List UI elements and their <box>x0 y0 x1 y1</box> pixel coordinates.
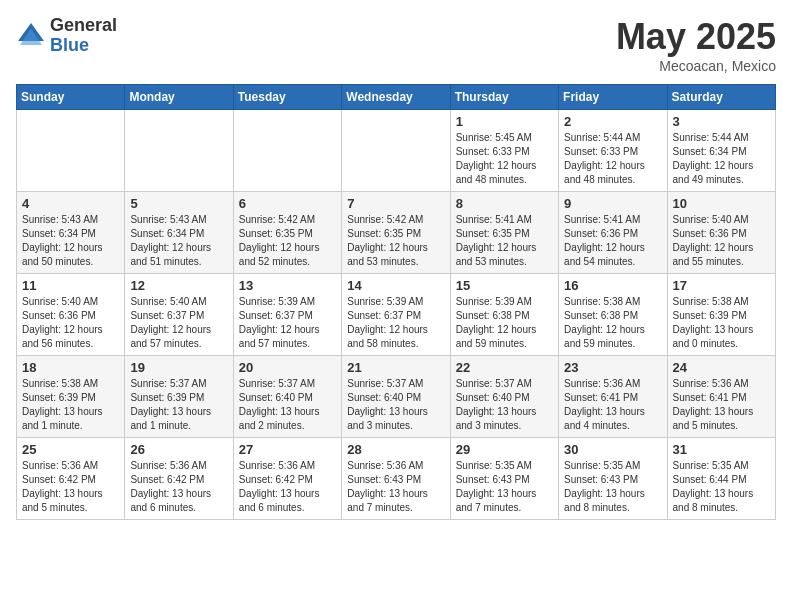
calendar-cell: 19Sunrise: 5:37 AM Sunset: 6:39 PM Dayli… <box>125 356 233 438</box>
logo-icon <box>16 21 46 51</box>
day-number: 7 <box>347 196 444 211</box>
month-title: May 2025 <box>616 16 776 58</box>
calendar-cell <box>233 110 341 192</box>
calendar-cell: 30Sunrise: 5:35 AM Sunset: 6:43 PM Dayli… <box>559 438 667 520</box>
calendar-week-5: 25Sunrise: 5:36 AM Sunset: 6:42 PM Dayli… <box>17 438 776 520</box>
day-info: Sunrise: 5:39 AM Sunset: 6:37 PM Dayligh… <box>239 295 336 351</box>
day-number: 9 <box>564 196 661 211</box>
calendar-cell <box>342 110 450 192</box>
day-number: 11 <box>22 278 119 293</box>
day-info: Sunrise: 5:36 AM Sunset: 6:42 PM Dayligh… <box>239 459 336 515</box>
calendar-cell: 28Sunrise: 5:36 AM Sunset: 6:43 PM Dayli… <box>342 438 450 520</box>
calendar-cell: 26Sunrise: 5:36 AM Sunset: 6:42 PM Dayli… <box>125 438 233 520</box>
day-number: 6 <box>239 196 336 211</box>
calendar-cell: 20Sunrise: 5:37 AM Sunset: 6:40 PM Dayli… <box>233 356 341 438</box>
day-number: 17 <box>673 278 770 293</box>
day-info: Sunrise: 5:40 AM Sunset: 6:37 PM Dayligh… <box>130 295 227 351</box>
day-number: 30 <box>564 442 661 457</box>
day-info: Sunrise: 5:36 AM Sunset: 6:41 PM Dayligh… <box>673 377 770 433</box>
day-info: Sunrise: 5:43 AM Sunset: 6:34 PM Dayligh… <box>130 213 227 269</box>
day-number: 22 <box>456 360 553 375</box>
page-header: General Blue May 2025 Mecoacan, Mexico <box>16 16 776 74</box>
day-info: Sunrise: 5:36 AM Sunset: 6:42 PM Dayligh… <box>130 459 227 515</box>
day-number: 28 <box>347 442 444 457</box>
logo: General Blue <box>16 16 117 56</box>
day-info: Sunrise: 5:36 AM Sunset: 6:41 PM Dayligh… <box>564 377 661 433</box>
day-number: 18 <box>22 360 119 375</box>
day-number: 15 <box>456 278 553 293</box>
day-info: Sunrise: 5:37 AM Sunset: 6:39 PM Dayligh… <box>130 377 227 433</box>
calendar-cell: 13Sunrise: 5:39 AM Sunset: 6:37 PM Dayli… <box>233 274 341 356</box>
day-number: 4 <box>22 196 119 211</box>
calendar-cell: 12Sunrise: 5:40 AM Sunset: 6:37 PM Dayli… <box>125 274 233 356</box>
calendar-week-4: 18Sunrise: 5:38 AM Sunset: 6:39 PM Dayli… <box>17 356 776 438</box>
calendar-week-3: 11Sunrise: 5:40 AM Sunset: 6:36 PM Dayli… <box>17 274 776 356</box>
calendar-cell: 1Sunrise: 5:45 AM Sunset: 6:33 PM Daylig… <box>450 110 558 192</box>
day-info: Sunrise: 5:42 AM Sunset: 6:35 PM Dayligh… <box>347 213 444 269</box>
day-info: Sunrise: 5:44 AM Sunset: 6:33 PM Dayligh… <box>564 131 661 187</box>
logo-text: General Blue <box>50 16 117 56</box>
calendar-body: 1Sunrise: 5:45 AM Sunset: 6:33 PM Daylig… <box>17 110 776 520</box>
day-info: Sunrise: 5:35 AM Sunset: 6:43 PM Dayligh… <box>456 459 553 515</box>
day-info: Sunrise: 5:38 AM Sunset: 6:39 PM Dayligh… <box>673 295 770 351</box>
day-info: Sunrise: 5:35 AM Sunset: 6:43 PM Dayligh… <box>564 459 661 515</box>
logo-general: General <box>50 16 117 36</box>
day-number: 1 <box>456 114 553 129</box>
calendar-cell: 7Sunrise: 5:42 AM Sunset: 6:35 PM Daylig… <box>342 192 450 274</box>
calendar-cell <box>17 110 125 192</box>
day-number: 13 <box>239 278 336 293</box>
day-info: Sunrise: 5:41 AM Sunset: 6:36 PM Dayligh… <box>564 213 661 269</box>
day-info: Sunrise: 5:45 AM Sunset: 6:33 PM Dayligh… <box>456 131 553 187</box>
day-number: 8 <box>456 196 553 211</box>
logo-blue: Blue <box>50 36 117 56</box>
day-info: Sunrise: 5:38 AM Sunset: 6:38 PM Dayligh… <box>564 295 661 351</box>
day-number: 10 <box>673 196 770 211</box>
calendar-cell: 16Sunrise: 5:38 AM Sunset: 6:38 PM Dayli… <box>559 274 667 356</box>
calendar-cell: 15Sunrise: 5:39 AM Sunset: 6:38 PM Dayli… <box>450 274 558 356</box>
calendar-cell: 14Sunrise: 5:39 AM Sunset: 6:37 PM Dayli… <box>342 274 450 356</box>
day-number: 31 <box>673 442 770 457</box>
day-number: 16 <box>564 278 661 293</box>
calendar-cell: 3Sunrise: 5:44 AM Sunset: 6:34 PM Daylig… <box>667 110 775 192</box>
day-number: 19 <box>130 360 227 375</box>
day-number: 29 <box>456 442 553 457</box>
day-number: 5 <box>130 196 227 211</box>
weekday-header-monday: Monday <box>125 85 233 110</box>
weekday-header-thursday: Thursday <box>450 85 558 110</box>
day-info: Sunrise: 5:44 AM Sunset: 6:34 PM Dayligh… <box>673 131 770 187</box>
day-number: 25 <box>22 442 119 457</box>
calendar-cell: 6Sunrise: 5:42 AM Sunset: 6:35 PM Daylig… <box>233 192 341 274</box>
location: Mecoacan, Mexico <box>616 58 776 74</box>
weekday-header-sunday: Sunday <box>17 85 125 110</box>
day-info: Sunrise: 5:38 AM Sunset: 6:39 PM Dayligh… <box>22 377 119 433</box>
weekday-header-row: SundayMondayTuesdayWednesdayThursdayFrid… <box>17 85 776 110</box>
calendar-week-2: 4Sunrise: 5:43 AM Sunset: 6:34 PM Daylig… <box>17 192 776 274</box>
calendar-cell: 24Sunrise: 5:36 AM Sunset: 6:41 PM Dayli… <box>667 356 775 438</box>
day-info: Sunrise: 5:43 AM Sunset: 6:34 PM Dayligh… <box>22 213 119 269</box>
calendar-cell: 11Sunrise: 5:40 AM Sunset: 6:36 PM Dayli… <box>17 274 125 356</box>
calendar-header: SundayMondayTuesdayWednesdayThursdayFrid… <box>17 85 776 110</box>
day-number: 24 <box>673 360 770 375</box>
calendar-cell: 8Sunrise: 5:41 AM Sunset: 6:35 PM Daylig… <box>450 192 558 274</box>
calendar-cell: 29Sunrise: 5:35 AM Sunset: 6:43 PM Dayli… <box>450 438 558 520</box>
day-number: 21 <box>347 360 444 375</box>
day-number: 14 <box>347 278 444 293</box>
day-number: 27 <box>239 442 336 457</box>
calendar-cell: 31Sunrise: 5:35 AM Sunset: 6:44 PM Dayli… <box>667 438 775 520</box>
day-number: 20 <box>239 360 336 375</box>
day-number: 23 <box>564 360 661 375</box>
day-info: Sunrise: 5:37 AM Sunset: 6:40 PM Dayligh… <box>347 377 444 433</box>
weekday-header-tuesday: Tuesday <box>233 85 341 110</box>
calendar: SundayMondayTuesdayWednesdayThursdayFrid… <box>16 84 776 520</box>
weekday-header-saturday: Saturday <box>667 85 775 110</box>
calendar-cell: 5Sunrise: 5:43 AM Sunset: 6:34 PM Daylig… <box>125 192 233 274</box>
calendar-cell: 21Sunrise: 5:37 AM Sunset: 6:40 PM Dayli… <box>342 356 450 438</box>
day-info: Sunrise: 5:39 AM Sunset: 6:38 PM Dayligh… <box>456 295 553 351</box>
calendar-cell: 17Sunrise: 5:38 AM Sunset: 6:39 PM Dayli… <box>667 274 775 356</box>
day-info: Sunrise: 5:41 AM Sunset: 6:35 PM Dayligh… <box>456 213 553 269</box>
calendar-cell: 10Sunrise: 5:40 AM Sunset: 6:36 PM Dayli… <box>667 192 775 274</box>
calendar-week-1: 1Sunrise: 5:45 AM Sunset: 6:33 PM Daylig… <box>17 110 776 192</box>
calendar-cell: 27Sunrise: 5:36 AM Sunset: 6:42 PM Dayli… <box>233 438 341 520</box>
day-info: Sunrise: 5:35 AM Sunset: 6:44 PM Dayligh… <box>673 459 770 515</box>
day-info: Sunrise: 5:42 AM Sunset: 6:35 PM Dayligh… <box>239 213 336 269</box>
